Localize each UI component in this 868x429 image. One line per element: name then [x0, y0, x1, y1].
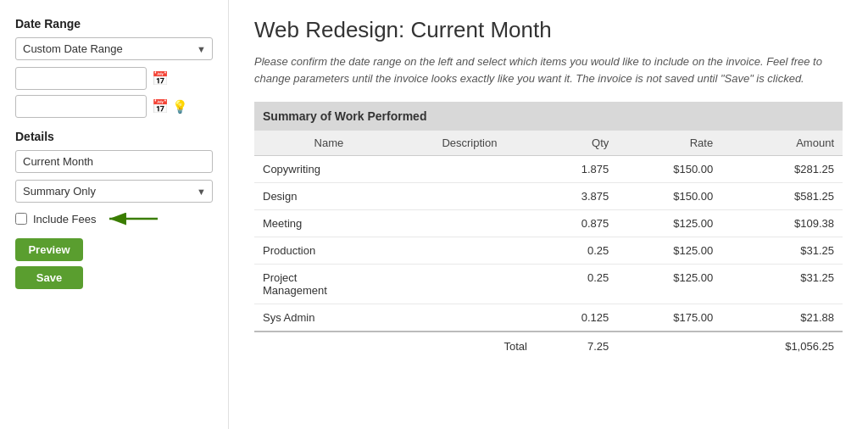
cell-rate: $125.00: [617, 237, 721, 265]
page-description: Please confirm the date range on the lef…: [254, 53, 831, 86]
cell-name: Meeting: [254, 210, 403, 237]
cell-amount: $31.25: [721, 265, 843, 304]
cell-amount: $21.88: [721, 304, 843, 332]
arrow-annotation: [103, 209, 162, 228]
date-input-row-1: 📅: [15, 67, 213, 90]
include-fees-row: Include Fees: [15, 209, 213, 228]
work-table: Summary of Work Performed Name Descripti…: [254, 102, 843, 360]
table-row: Meeting0.875$125.00$109.38: [254, 210, 843, 237]
total-rate-spacer: [617, 332, 721, 360]
save-button[interactable]: Save: [15, 266, 83, 289]
table-row: ProjectManagement0.25$125.00$31.25: [254, 265, 843, 304]
table-row: Production0.25$125.00$31.25: [254, 237, 843, 265]
date-range-select-wrapper: Custom Date Range Current Month Last Mon…: [15, 37, 213, 60]
cell-rate: $150.00: [617, 156, 721, 183]
cell-description: [403, 304, 536, 332]
table-row: Design3.875$150.00$581.25: [254, 183, 843, 210]
cell-rate: $175.00: [617, 304, 721, 332]
cell-name: ProjectManagement: [254, 265, 403, 304]
main-content: Web Redesign: Current Month Please confi…: [229, 0, 868, 429]
total-label: Total: [403, 332, 536, 360]
cell-rate: $150.00: [617, 183, 721, 210]
total-spacer-1: [254, 332, 403, 360]
cell-name: Production: [254, 237, 403, 265]
details-label: Details: [15, 130, 213, 143]
calendar-icon-1[interactable]: 📅: [152, 70, 169, 86]
cell-qty: 0.25: [536, 237, 617, 265]
date-range-label: Date Range: [15, 17, 213, 31]
date-input-end[interactable]: [15, 95, 147, 118]
col-qty: Qty: [536, 131, 617, 156]
preview-button[interactable]: Preview: [15, 238, 83, 261]
calendar-icon-2[interactable]: 📅: [152, 98, 169, 114]
cell-qty: 1.875: [536, 156, 617, 183]
col-name: Name: [254, 131, 403, 156]
include-fees-label: Include Fees: [33, 213, 96, 226]
total-qty: 7.25: [536, 332, 617, 360]
column-headers-row: Name Description Qty Rate Amount: [254, 131, 843, 156]
details-current-month-input[interactable]: [15, 150, 213, 173]
cell-description: [403, 183, 536, 210]
cell-rate: $125.00: [617, 210, 721, 237]
section-header-row: Summary of Work Performed: [254, 102, 843, 131]
include-fees-checkbox[interactable]: [15, 213, 27, 225]
col-description: Description: [403, 131, 536, 156]
lightbulb-icon: 💡: [172, 99, 188, 114]
cell-qty: 3.875: [536, 183, 617, 210]
cell-name: Design: [254, 183, 403, 210]
date-input-row-2: 📅 💡: [15, 95, 213, 118]
cell-amount: $281.25: [721, 156, 843, 183]
cell-qty: 0.125: [536, 304, 617, 332]
cell-description: [403, 265, 536, 304]
cell-name: Copywriting: [254, 156, 403, 183]
total-amount: $1,056.25: [721, 332, 843, 360]
cell-amount: $31.25: [721, 237, 843, 265]
date-range-select[interactable]: Custom Date Range Current Month Last Mon…: [15, 37, 213, 60]
cell-amount: $109.38: [721, 210, 843, 237]
summary-select-wrapper: Summary Only Full Details Grouped ▼: [15, 180, 213, 203]
section-header: Summary of Work Performed: [254, 102, 843, 131]
cell-qty: 0.875: [536, 210, 617, 237]
col-rate: Rate: [617, 131, 721, 156]
cell-name: Sys Admin: [254, 304, 403, 332]
col-amount: Amount: [721, 131, 843, 156]
cell-description: [403, 156, 536, 183]
cell-qty: 0.25: [536, 265, 617, 304]
total-row: Total 7.25 $1,056.25: [254, 332, 843, 360]
summary-select[interactable]: Summary Only Full Details Grouped: [15, 180, 213, 203]
cell-description: [403, 237, 536, 265]
sidebar: Date Range Custom Date Range Current Mon…: [0, 0, 229, 429]
details-section: Details Summary Only Full Details Groupe…: [15, 130, 213, 289]
cell-description: [403, 210, 536, 237]
cell-rate: $125.00: [617, 265, 721, 304]
date-input-start[interactable]: [15, 67, 147, 90]
table-row: Copywriting1.875$150.00$281.25: [254, 156, 843, 183]
table-row: Sys Admin0.125$175.00$21.88: [254, 304, 843, 332]
page-title: Web Redesign: Current Month: [254, 17, 843, 43]
cell-amount: $581.25: [721, 183, 843, 210]
